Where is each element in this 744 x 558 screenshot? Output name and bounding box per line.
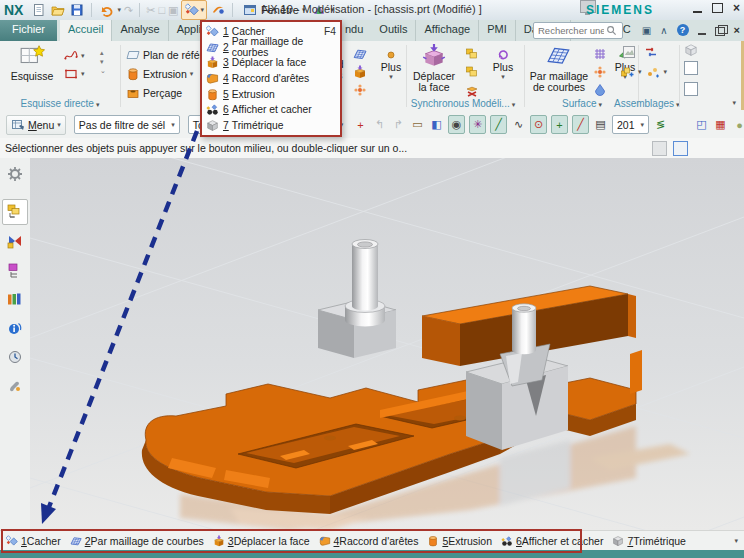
mesh-small-icon[interactable] bbox=[352, 45, 367, 62]
boolean-icon[interactable] bbox=[352, 63, 367, 80]
snap-midpoint-icon[interactable]: ✳ bbox=[469, 115, 486, 134]
nav-back-icon[interactable]: ↰ bbox=[372, 116, 387, 133]
customize-icon[interactable] bbox=[311, 2, 327, 18]
spline-button[interactable]: ▾ bbox=[64, 47, 85, 64]
snap-curve-icon[interactable]: ∿ bbox=[511, 116, 526, 133]
add-component-icon[interactable] bbox=[620, 65, 634, 79]
touch-icon[interactable] bbox=[210, 2, 226, 18]
panel-toggle-icon[interactable] bbox=[673, 141, 688, 156]
menu-item-afficher-et-cacher[interactable]: 6Afficher et cacher bbox=[202, 102, 340, 118]
grid-toggle-icon[interactable] bbox=[652, 141, 667, 156]
wireframe-icon[interactable]: ▤ bbox=[593, 116, 608, 133]
new-part-icon[interactable] bbox=[31, 2, 47, 18]
swept-icon[interactable] bbox=[592, 81, 607, 98]
mdi-minimize-button[interactable] bbox=[698, 33, 706, 35]
maximize-button[interactable] bbox=[712, 3, 723, 13]
menu-item-extrusion[interactable]: 5Extrusion bbox=[202, 86, 340, 102]
shortcut-raccord-d-arêtes[interactable]: 4Raccord d'arêtes bbox=[319, 535, 419, 547]
graphics-viewport[interactable] bbox=[30, 158, 744, 530]
selection-filter-combo[interactable]: Pas de filtre de sél▾ bbox=[74, 115, 180, 134]
snap-line-icon[interactable]: ╱ bbox=[490, 115, 507, 134]
ribbon-overflow-icon[interactable]: ▾ bbox=[732, 99, 736, 107]
tab-ndu[interactable]: ndu bbox=[337, 20, 371, 41]
layer-combo[interactable]: 201▾ bbox=[612, 115, 649, 134]
group-label[interactable]: Assemblages▾ bbox=[614, 98, 678, 109]
tab-accueil[interactable]: Accueil bbox=[60, 20, 111, 41]
shortcut-afficher-et-cacher[interactable]: 6Afficher et cacher bbox=[501, 535, 603, 547]
snap-center-icon[interactable]: ⊙ bbox=[530, 115, 547, 134]
resource-bar-assembly-navigator-icon[interactable] bbox=[2, 199, 28, 225]
resource-bar-roles-gear-icon[interactable] bbox=[3, 163, 27, 187]
render-sphere-icon[interactable]: ● bbox=[732, 116, 744, 133]
help-icon[interactable]: ? bbox=[677, 24, 689, 36]
toggle-checkbox-1[interactable] bbox=[684, 61, 698, 75]
rectangle-button[interactable]: ▾ bbox=[64, 65, 85, 82]
resource-bar-history-icon[interactable] bbox=[3, 346, 27, 370]
view-shortcuts-button[interactable]: ▾ bbox=[181, 0, 207, 20]
offset-face-icon[interactable] bbox=[464, 63, 479, 80]
tab-pmi[interactable]: PMI bbox=[478, 20, 515, 41]
tab-affichage[interactable]: Affichage bbox=[415, 20, 478, 41]
shaded-cube-icon[interactable] bbox=[684, 43, 698, 57]
close-button[interactable]: × bbox=[733, 3, 740, 13]
snap-endpoint-icon[interactable]: ◉ bbox=[448, 115, 465, 134]
move-face-button[interactable]: Déplacer la face bbox=[408, 43, 460, 93]
snap-quadrant-icon[interactable]: ╱ bbox=[572, 115, 589, 134]
grid-icon[interactable]: ▦ bbox=[713, 116, 728, 133]
snap-magnet-icon[interactable]: + bbox=[353, 116, 368, 133]
search-input[interactable] bbox=[536, 24, 606, 37]
mdi-restore-button[interactable] bbox=[715, 27, 725, 36]
group-label[interactable]: Esquisse directe▾ bbox=[4, 98, 116, 109]
snap-plus-icon[interactable]: + bbox=[551, 115, 568, 134]
sync-more[interactable]: Plus▾ bbox=[488, 47, 518, 81]
sketch-button[interactable]: Esquisse bbox=[4, 43, 60, 82]
tab-fichier[interactable]: Fichier bbox=[0, 20, 57, 41]
sphere-small-icon[interactable] bbox=[352, 81, 367, 98]
solid-icon[interactable]: ◧ bbox=[429, 116, 444, 133]
undo-icon[interactable] bbox=[98, 2, 114, 18]
ribbon-options-icon[interactable]: ▣ bbox=[642, 25, 651, 36]
menu-item-raccord-d-arêtes[interactable]: 4Raccord d'arêtes bbox=[202, 71, 340, 87]
pull-face-icon[interactable] bbox=[464, 45, 479, 62]
bottom-overflow-icon[interactable]: ▾ bbox=[734, 537, 738, 545]
open-icon[interactable] bbox=[50, 2, 66, 18]
shortcut-extrusion[interactable]: 5Extrusion bbox=[427, 535, 492, 547]
tab-outils[interactable]: Outils bbox=[371, 20, 415, 41]
feature2-more[interactable]: Plus▾ bbox=[376, 47, 406, 81]
ruled-icon[interactable] bbox=[592, 45, 607, 62]
mdi-close-button[interactable]: × bbox=[734, 24, 740, 36]
resource-bar-process-icon[interactable] bbox=[3, 375, 27, 399]
resource-bar-constraint-navigator-icon[interactable] bbox=[3, 230, 27, 254]
resource-bar-part-navigator-icon[interactable] bbox=[3, 259, 27, 283]
tab-analyse[interactable]: Analyse bbox=[111, 20, 167, 41]
save-icon[interactable] bbox=[69, 2, 85, 18]
fit-icon[interactable]: ≶ bbox=[653, 116, 668, 133]
toggle-checkbox-2[interactable] bbox=[684, 82, 698, 96]
qat-overflow-icon[interactable]: ▾ bbox=[330, 6, 334, 14]
create-component-icon[interactable] bbox=[646, 65, 660, 79]
menu-button[interactable]: Menu ▾ bbox=[6, 115, 66, 135]
menu-item-trimétrique[interactable]: 7Trimétrique bbox=[202, 118, 340, 134]
through-curve-mesh-button[interactable]: Par maillage de courbes bbox=[528, 43, 590, 93]
shortcut-cacher[interactable]: 1Cacher bbox=[6, 535, 61, 547]
preview-icon[interactable] bbox=[622, 45, 636, 59]
minimize-ribbon-icon[interactable]: ∧ bbox=[660, 25, 667, 36]
window-menu-button[interactable]: Fenêtre ▾ bbox=[239, 1, 308, 19]
resource-bar-internet-icon[interactable] bbox=[3, 317, 27, 341]
shortcut-déplacer-la-face[interactable]: 3Déplacer la face bbox=[213, 535, 310, 547]
group-label[interactable]: Synchronous Modéli...▾ bbox=[408, 98, 518, 109]
view-window-icon[interactable]: ◰ bbox=[694, 116, 709, 133]
shortcut-par-maillage-de-courbes[interactable]: 2Par maillage de courbes bbox=[70, 535, 204, 547]
command-search[interactable] bbox=[533, 22, 623, 39]
shortcut-trimétrique[interactable]: 7Trimétrique bbox=[612, 535, 686, 547]
delete-face-icon[interactable] bbox=[464, 81, 479, 98]
patch-icon[interactable] bbox=[592, 63, 607, 80]
marquee-icon[interactable]: ▭ bbox=[410, 116, 425, 133]
resource-bar-reuse-library-icon[interactable] bbox=[3, 288, 27, 312]
undo-caret-icon[interactable]: ▾ bbox=[117, 6, 121, 14]
nav-fwd-icon[interactable]: ↱ bbox=[391, 116, 406, 133]
gallery-scroll[interactable]: ▴▾⌄ bbox=[100, 49, 106, 75]
menu-item-par-maillage-de-courbes[interactable]: 2Par maillage de courbes bbox=[202, 40, 340, 56]
mirror-assembly-icon[interactable] bbox=[644, 45, 658, 59]
minimize-button[interactable] bbox=[693, 11, 702, 13]
